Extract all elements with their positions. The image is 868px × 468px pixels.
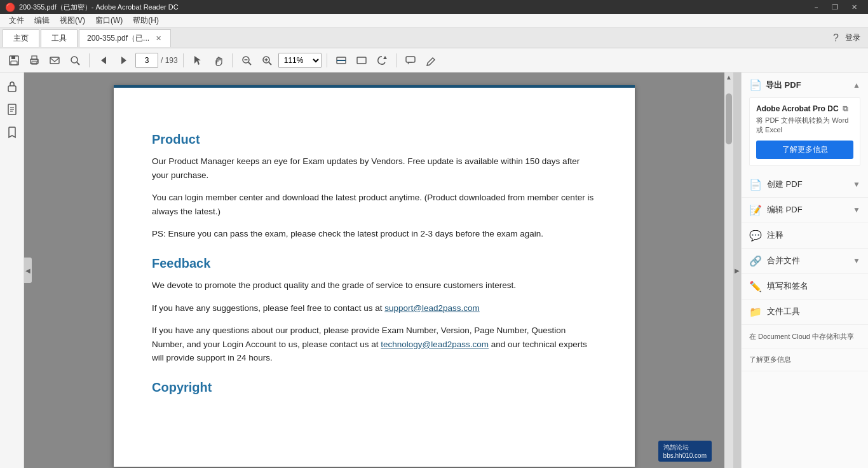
print-button[interactable] bbox=[25, 52, 43, 69]
section-feedback-title: Feedback bbox=[152, 256, 597, 271]
scrollbar[interactable]: ▲ bbox=[724, 72, 733, 468]
tab-home[interactable]: 主页 bbox=[3, 29, 39, 47]
scroll-thumb[interactable] bbox=[726, 93, 732, 144]
hand-tool-button[interactable] bbox=[209, 52, 227, 69]
svg-line-9 bbox=[77, 62, 79, 65]
zoom-in-button[interactable] bbox=[258, 52, 276, 69]
svg-marker-10 bbox=[101, 57, 106, 64]
fit-page-button[interactable] bbox=[332, 52, 350, 69]
svg-line-19 bbox=[269, 62, 271, 65]
next-page-button[interactable] bbox=[115, 52, 133, 69]
left-sidebar bbox=[0, 72, 24, 468]
title-bar-controls: － ❐ ✕ bbox=[807, 0, 863, 14]
merge-item[interactable]: 🔗 合并文件 ▼ bbox=[742, 249, 868, 274]
zoom-out-button[interactable] bbox=[238, 52, 255, 69]
watermark-overlay: 鸿鹄论坛 bbs.hh010.com bbox=[658, 441, 712, 462]
export-pdf-chevron-icon: ▲ bbox=[853, 81, 860, 90]
edit-pdf-chevron-icon: ▼ bbox=[853, 205, 860, 214]
merge-icon: 🔗 bbox=[749, 255, 762, 267]
email-button[interactable] bbox=[46, 52, 64, 69]
cloud-storage-text: 在 Document Cloud 中存储和共享 bbox=[749, 333, 854, 340]
zoom-select[interactable]: 50% 75% 100% 111% 125% 150% 200% bbox=[278, 53, 322, 68]
svg-rect-2 bbox=[11, 61, 17, 65]
feedback-para-2: If you have any suggestions, please feel… bbox=[152, 301, 597, 315]
file-tool-icon: 📁 bbox=[749, 306, 762, 318]
annotate-label: 注释 bbox=[767, 230, 783, 241]
sidebar-lock-icon[interactable] bbox=[3, 78, 21, 95]
menu-file[interactable]: 文件 bbox=[4, 14, 29, 27]
right-panel: 📄 导出 PDF ▲ Adobe Acrobat Pro DC ⧉ 将 PDF … bbox=[741, 72, 868, 468]
promo-copy-icon[interactable]: ⧉ bbox=[843, 104, 848, 113]
tab-tools[interactable]: 工具 bbox=[41, 29, 78, 47]
tab-close-button[interactable]: ✕ bbox=[154, 34, 163, 43]
page-input-wrap: / 193 bbox=[135, 53, 178, 68]
feedback-para-1: We devote to promote the product quality… bbox=[152, 279, 597, 292]
annotate-item[interactable]: 💬 注释 bbox=[742, 223, 868, 249]
toolbar-sep-1 bbox=[89, 53, 90, 67]
select-tool-button[interactable] bbox=[189, 52, 207, 69]
promo-learn-more-button[interactable]: 了解更多信息 bbox=[756, 141, 853, 159]
save-button[interactable] bbox=[5, 52, 23, 69]
svg-rect-7 bbox=[50, 57, 59, 64]
sidebar-bookmark-icon[interactable] bbox=[3, 123, 21, 141]
svg-marker-12 bbox=[194, 56, 201, 65]
svg-rect-1 bbox=[11, 56, 15, 59]
create-pdf-item[interactable]: 📄 创建 PDF ▼ bbox=[742, 172, 868, 198]
help-icon[interactable]: ? bbox=[833, 32, 839, 44]
svg-marker-11 bbox=[121, 57, 126, 64]
export-pdf-header[interactable]: 📄 导出 PDF ▲ bbox=[742, 72, 868, 97]
tab-bar: 主页 工具 200-355.pdf（已... ✕ ? 登录 bbox=[0, 28, 868, 48]
sidebar-pages-icon[interactable] bbox=[3, 100, 21, 118]
export-pdf-label: 导出 PDF bbox=[766, 79, 801, 91]
prev-page-button[interactable] bbox=[95, 52, 112, 69]
file-tool-item[interactable]: 📁 文件工具 bbox=[742, 299, 868, 325]
toolbar-sep-5 bbox=[396, 53, 397, 67]
main-layout: ◀ Product Our Product Manager keeps an e… bbox=[0, 72, 868, 468]
svg-point-6 bbox=[37, 60, 38, 62]
toolbar-sep-3 bbox=[232, 53, 233, 67]
menu-view[interactable]: 视图(V) bbox=[55, 14, 90, 27]
menu-edit[interactable]: 编辑 bbox=[29, 14, 55, 27]
export-pdf-icon: 📄 bbox=[749, 79, 762, 91]
login-button[interactable]: 登录 bbox=[845, 32, 860, 43]
pencil-button[interactable] bbox=[422, 52, 440, 69]
menu-window[interactable]: 窗口(W) bbox=[90, 14, 128, 27]
scroll-up-button[interactable]: ▲ bbox=[726, 74, 732, 81]
svg-marker-23 bbox=[383, 56, 387, 59]
comment-button[interactable] bbox=[402, 52, 419, 69]
merge-chevron-icon: ▼ bbox=[853, 256, 860, 265]
fill-sign-label: 填写和签名 bbox=[767, 280, 808, 292]
restore-button[interactable]: ❐ bbox=[826, 0, 844, 14]
cloud-storage-section: 在 Document Cloud 中存储和共享 bbox=[742, 325, 868, 349]
page-total: / 193 bbox=[161, 56, 178, 65]
pdf-area: Product Our Product Manager keeps an eye… bbox=[24, 72, 724, 468]
promo-box: Adobe Acrobat Pro DC ⧉ 将 PDF 文件联机转换为 Wor… bbox=[749, 97, 860, 166]
left-collapse-handle[interactable]: ◀ bbox=[24, 258, 32, 283]
more-info-text: 了解更多信息 bbox=[749, 355, 791, 363]
feedback-para-3: If you have any questions about our prod… bbox=[152, 324, 597, 365]
right-collapse-handle[interactable]: ▶ bbox=[733, 72, 741, 468]
rotate-button[interactable] bbox=[373, 52, 391, 69]
close-button[interactable]: ✕ bbox=[845, 0, 863, 14]
create-pdf-chevron-icon: ▼ bbox=[853, 180, 860, 189]
annotate-icon: 💬 bbox=[749, 230, 762, 242]
tab-doc[interactable]: 200-355.pdf（已... ✕ bbox=[79, 29, 171, 47]
tab-bar-right: ? 登录 bbox=[833, 32, 860, 44]
edit-pdf-item[interactable]: 📝 编辑 PDF ▼ bbox=[742, 198, 868, 223]
toolbar-sep-2 bbox=[183, 53, 184, 67]
tech-email-link[interactable]: technology@lead2pass.com bbox=[381, 340, 489, 349]
svg-point-8 bbox=[71, 57, 78, 63]
search-button[interactable] bbox=[66, 52, 84, 69]
app-icon: 🔴 bbox=[5, 3, 15, 12]
edit-pdf-label: 编辑 PDF bbox=[767, 204, 803, 216]
page-input[interactable] bbox=[135, 53, 158, 68]
promo-desc: 将 PDF 文件联机转换为 Word 或 Excel bbox=[756, 116, 853, 135]
fill-sign-item[interactable]: ✏️ 填写和签名 bbox=[742, 274, 868, 299]
fit-width-button[interactable] bbox=[353, 52, 370, 69]
svg-rect-25 bbox=[8, 86, 16, 92]
support-email-link[interactable]: support@lead2pass.com bbox=[384, 303, 480, 313]
window-title: 200-355.pdf（已加密）- Adobe Acrobat Reader D… bbox=[19, 3, 179, 12]
more-info-section: 了解更多信息 bbox=[742, 348, 868, 371]
minimize-button[interactable]: － bbox=[807, 0, 825, 14]
menu-help[interactable]: 帮助(H) bbox=[128, 14, 164, 27]
